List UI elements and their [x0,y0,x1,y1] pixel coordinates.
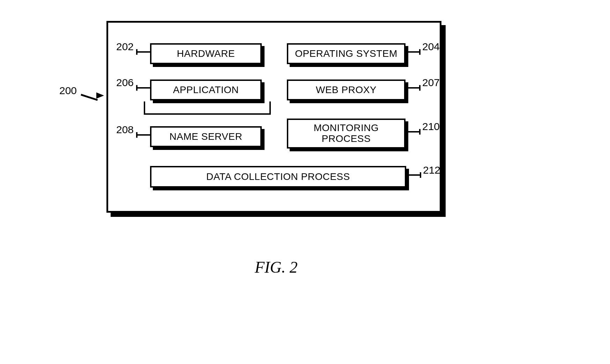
tick-210 [407,131,421,132]
tick-202 [136,51,150,53]
box-datacollection: DATA COLLECTION PROCESS [150,166,406,188]
tick-208 [136,134,150,136]
label-hardware: HARDWARE [177,48,235,59]
tick-204 [407,51,421,53]
box-monitoring: MONITORING PROCESS [287,119,406,149]
label-os: OPERATING SYSTEM [295,48,397,59]
tick-212 [407,174,421,176]
ref-200: 200 [59,85,77,97]
ref-204: 204 [422,41,440,53]
ref-212: 212 [423,164,440,176]
ref-206: 206 [116,77,134,89]
box-webproxy: WEB PROXY [287,79,406,100]
label-datacollection: DATA COLLECTION PROCESS [206,172,350,182]
label-monitoring: MONITORING PROCESS [314,123,379,144]
box-hardware: HARDWARE [150,43,262,64]
figure-2-diagram: 200 202 HARDWARE OPERATING SYSTEM 204 20… [0,0,610,364]
tick-206 [136,87,150,89]
ref-210: 210 [422,121,440,132]
figure-caption: FIG. 2 [255,258,298,276]
tick-207 [407,87,421,89]
box-application: APPLICATION [150,79,262,100]
box-os: OPERATING SYSTEM [287,43,406,64]
arrow-200 [81,86,105,100]
label-nameserver: NAME SERVER [170,131,243,142]
label-application: APPLICATION [173,85,239,96]
bracket-application [144,101,271,115]
ref-208: 208 [116,124,134,136]
box-nameserver: NAME SERVER [150,126,262,147]
label-webproxy: WEB PROXY [316,85,377,96]
ref-202: 202 [116,41,134,53]
ref-207: 207 [422,77,440,89]
